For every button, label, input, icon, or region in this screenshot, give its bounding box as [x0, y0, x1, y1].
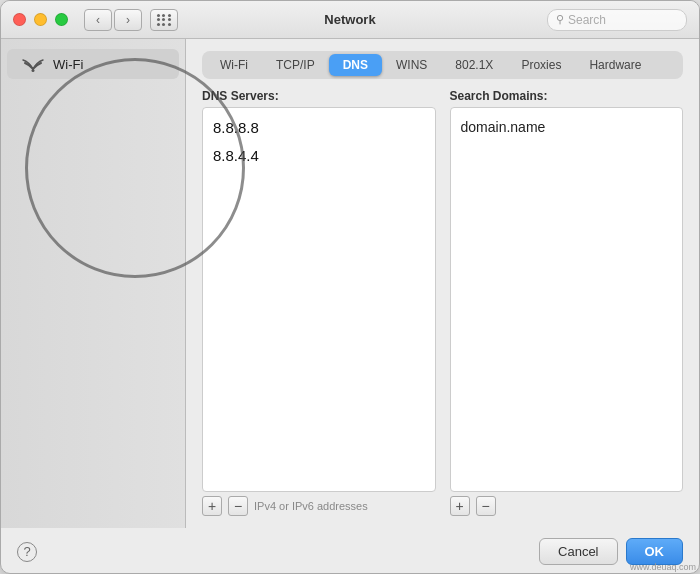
search-domains-label: Search Domains:: [450, 89, 684, 103]
tab-proxies[interactable]: Proxies: [507, 54, 575, 76]
tab-wins[interactable]: WINS: [382, 54, 441, 76]
dns-servers-list[interactable]: 8.8.8.8 8.8.4.4: [202, 107, 436, 492]
sidebar: Wi-Fi: [1, 39, 186, 528]
search-placeholder: Search: [568, 13, 606, 27]
search-domains-list[interactable]: domain.name: [450, 107, 684, 492]
back-button[interactable]: ‹: [84, 9, 112, 31]
search-domains-footer: + −: [450, 496, 684, 516]
wifi-icon: [21, 55, 45, 73]
sidebar-item-wifi[interactable]: Wi-Fi: [7, 49, 179, 79]
window-title: Network: [324, 12, 375, 27]
domains-remove-button[interactable]: −: [476, 496, 496, 516]
dns-servers-panel: DNS Servers: 8.8.8.8 8.8.4.4 + − IPv4 or…: [202, 89, 436, 516]
dns-entry-1[interactable]: 8.8.8.8: [211, 114, 427, 142]
bottom-bar: ? Cancel OK: [1, 528, 699, 573]
tab-dns[interactable]: DNS: [329, 54, 382, 76]
svg-point-0: [32, 69, 35, 72]
tab-wifi[interactable]: Wi-Fi: [206, 54, 262, 76]
tab-tcpip[interactable]: TCP/IP: [262, 54, 329, 76]
search-domain-entry-1[interactable]: domain.name: [459, 114, 675, 140]
maximize-button[interactable]: [55, 13, 68, 26]
dns-hint: IPv4 or IPv6 addresses: [254, 500, 368, 512]
search-icon: ⚲: [556, 13, 564, 26]
domains-add-button[interactable]: +: [450, 496, 470, 516]
panels: DNS Servers: 8.8.8.8 8.8.4.4 + − IPv4 or…: [202, 89, 683, 516]
close-button[interactable]: [13, 13, 26, 26]
search-domains-panel: Search Domains: domain.name + −: [450, 89, 684, 516]
main-content: Wi-Fi TCP/IP DNS WINS 802.1X Proxies Har…: [186, 39, 699, 528]
nav-buttons: ‹ ›: [84, 9, 142, 31]
search-bar[interactable]: ⚲ Search: [547, 9, 687, 31]
action-buttons: Cancel OK: [539, 538, 683, 565]
window-body: Wi-Fi Wi-Fi TCP/IP DNS WINS 802.1X Proxi…: [1, 39, 699, 528]
sidebar-item-label: Wi-Fi: [53, 57, 83, 72]
dns-remove-button[interactable]: −: [228, 496, 248, 516]
dns-add-button[interactable]: +: [202, 496, 222, 516]
forward-button[interactable]: ›: [114, 9, 142, 31]
titlebar: ‹ › Network ⚲ Search: [1, 1, 699, 39]
ok-button[interactable]: OK: [626, 538, 684, 565]
minimize-button[interactable]: [34, 13, 47, 26]
dns-footer: + − IPv4 or IPv6 addresses: [202, 496, 436, 516]
apps-button[interactable]: [150, 9, 178, 31]
dns-entry-2[interactable]: 8.8.4.4: [211, 142, 427, 170]
dns-servers-label: DNS Servers:: [202, 89, 436, 103]
window-controls: [13, 13, 68, 26]
cancel-button[interactable]: Cancel: [539, 538, 617, 565]
watermark: www.deuaq.com: [630, 562, 696, 572]
tab-8021x[interactable]: 802.1X: [441, 54, 507, 76]
help-button[interactable]: ?: [17, 542, 37, 562]
tab-hardware[interactable]: Hardware: [575, 54, 655, 76]
tabs-row: Wi-Fi TCP/IP DNS WINS 802.1X Proxies Har…: [202, 51, 683, 79]
